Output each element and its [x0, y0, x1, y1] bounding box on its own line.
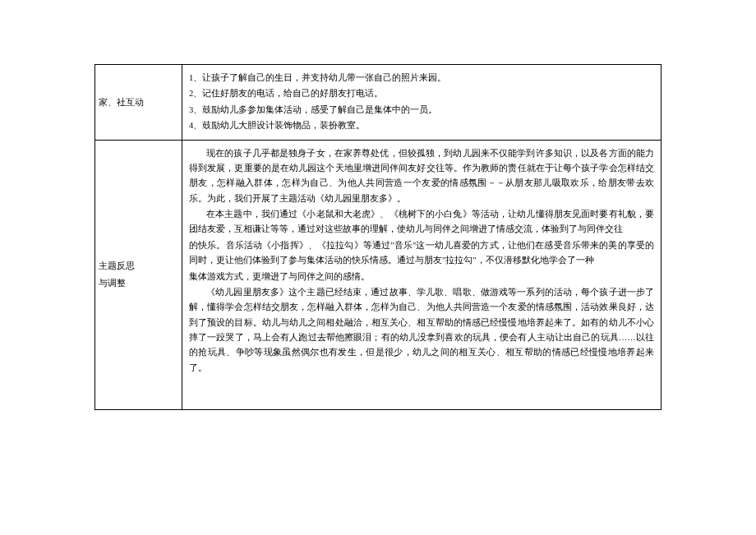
row-content-cell: 1、让孩子了解自己的生日，并支持幼儿带一张自己的照片来园。 2、记住好朋友的电话…: [182, 65, 662, 141]
list-item: 3、鼓励幼儿多参加集体活动，感受了解自己是集体中的一员。: [189, 103, 654, 118]
paragraph: 的快乐。音乐活动《小指挥》、《拉拉勾》等通过"音乐"这一幼儿喜爱的方式，让他们在…: [189, 238, 654, 269]
paragraph: 《幼儿园里朋友多》这个主题已经结束，通过故事、学儿歌、唱歌、做游戏等一系列的活动…: [189, 285, 654, 376]
document-table: 家、社互动 1、让孩子了解自己的生日，并支持幼儿带一张自己的照片来园。 2、记住…: [94, 64, 662, 410]
paragraph: 在本主题中，我们通过《小老鼠和大老虎》、《桃树下的小白兔》等活动，让幼儿懂得朋友…: [189, 207, 654, 238]
row-label-text-line2: 与调整: [99, 274, 177, 292]
paragraph: 集体游戏方式，更增进了与同伴之间的感情。: [189, 270, 654, 284]
row-content-cell: 现在的孩子几乎都是独身子女，在家养尊处优，但较孤独，到幼儿园来不仅能学到许多知识…: [182, 140, 662, 410]
list-item: 4、鼓励幼儿大胆设计装饰物品，装扮教室。: [189, 118, 654, 133]
paragraph: 现在的孩子几乎都是独身子女，在家养尊处优，但较孤独，到幼儿园来不仅能学到许多知识…: [189, 146, 654, 207]
table-row: 主题反思 与调整 现在的孩子几乎都是独身子女，在家养尊处优，但较孤独，到幼儿园来…: [95, 140, 662, 410]
row-label-cell: 家、社互动: [95, 65, 182, 141]
row-label-text-line1: 主题反思: [99, 257, 177, 274]
row-label-cell: 主题反思 与调整: [95, 140, 182, 410]
row-label-text: 家、社互动: [99, 94, 177, 111]
list-item: 2、记住好朋友的电话，给自己的好朋友打电话。: [189, 86, 654, 101]
list-item: 1、让孩子了解自己的生日，并支持幼儿带一张自己的照片来园。: [189, 71, 654, 85]
table-row: 家、社互动 1、让孩子了解自己的生日，并支持幼儿带一张自己的照片来园。 2、记住…: [95, 65, 662, 141]
